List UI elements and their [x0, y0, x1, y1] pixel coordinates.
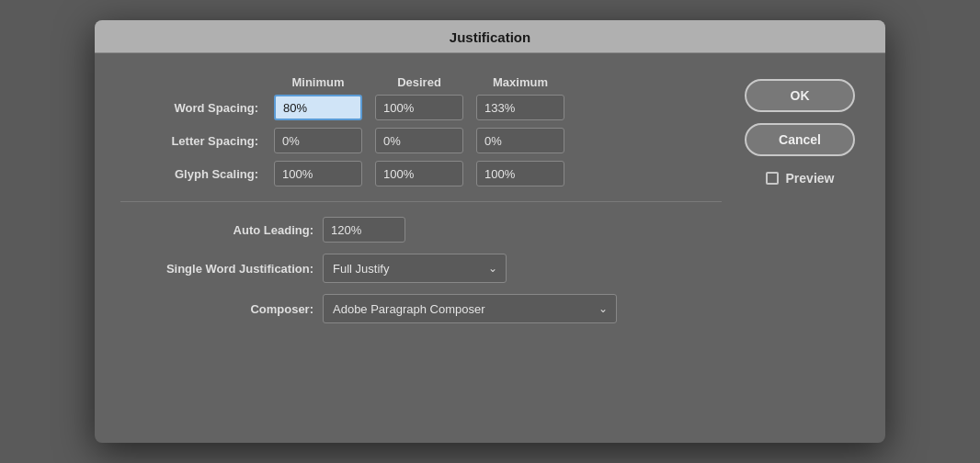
dialog-side: OK Cancel Preview [740, 75, 860, 334]
auto-leading-input[interactable] [323, 217, 405, 243]
letter-spacing-row: Letter Spacing: [120, 128, 722, 153]
composer-dropdown-wrapper: Adobe Paragraph Composer Adobe Single-li… [323, 294, 617, 323]
word-spacing-desired-input[interactable] [375, 95, 463, 120]
composer-select[interactable]: Adobe Paragraph Composer Adobe Single-li… [323, 294, 617, 323]
single-word-justification-label: Single Word Justification: [120, 262, 323, 276]
word-spacing-row: Word Spacing: [120, 95, 722, 120]
preview-row: Preview [766, 171, 835, 186]
single-word-justification-row: Single Word Justification: Full Justify … [120, 254, 722, 283]
dialog-title: Justification [95, 20, 885, 53]
letter-spacing-minimum-input[interactable] [274, 128, 362, 153]
word-spacing-label: Word Spacing: [120, 101, 268, 115]
letter-spacing-maximum-input[interactable] [476, 128, 564, 153]
col-maximum-header: Maximum [470, 75, 571, 89]
word-spacing-maximum-input[interactable] [476, 95, 564, 120]
glyph-scaling-minimum-input[interactable] [274, 161, 362, 186]
single-word-justification-select[interactable]: Full Justify Left Justify Center Justify… [323, 254, 507, 283]
glyph-scaling-maximum-input[interactable] [476, 161, 564, 186]
col-desired-header: Desired [369, 75, 470, 89]
justification-dialog: Justification Minimum Desired Maximum Wo… [95, 20, 885, 443]
composer-row: Composer: Adobe Paragraph Composer Adobe… [120, 294, 722, 323]
auto-leading-row: Auto Leading: [120, 217, 722, 243]
letter-spacing-label: Letter Spacing: [120, 134, 268, 148]
cancel-button[interactable]: Cancel [745, 123, 855, 156]
dialog-body: Minimum Desired Maximum Word Spacing: Le… [95, 53, 885, 360]
auto-leading-label: Auto Leading: [120, 223, 323, 237]
ok-button[interactable]: OK [745, 79, 855, 112]
single-word-justification-dropdown-wrapper: Full Justify Left Justify Center Justify… [323, 254, 507, 283]
preview-label: Preview [786, 171, 835, 186]
letter-spacing-desired-input[interactable] [375, 128, 463, 153]
col-label-header [120, 75, 268, 89]
glyph-scaling-row: Glyph Scaling: [120, 161, 722, 186]
dialog-main: Minimum Desired Maximum Word Spacing: Le… [120, 75, 722, 334]
glyph-scaling-desired-input[interactable] [375, 161, 463, 186]
divider [120, 201, 722, 202]
composer-label: Composer: [120, 302, 323, 316]
col-minimum-header: Minimum [268, 75, 369, 89]
column-headers: Minimum Desired Maximum [120, 75, 722, 89]
word-spacing-minimum-input[interactable] [274, 95, 362, 120]
glyph-scaling-label: Glyph Scaling: [120, 167, 268, 181]
preview-checkbox[interactable] [766, 172, 779, 185]
